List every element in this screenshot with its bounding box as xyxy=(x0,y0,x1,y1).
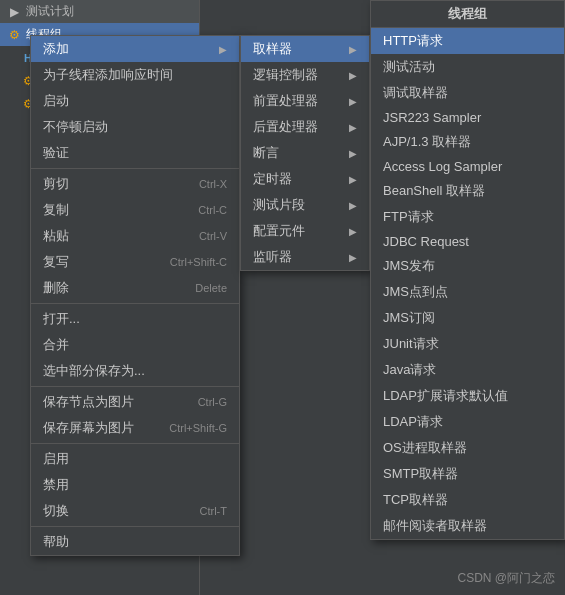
submenu-item-listener-label: 监听器 xyxy=(253,248,292,266)
menu-item-startnopauses[interactable]: 不停顿启动 xyxy=(31,114,239,140)
submenu-sampler-jdbc[interactable]: JDBC Request xyxy=(371,230,564,253)
submenu-sampler-jsr223[interactable]: JSR223 Sampler xyxy=(371,106,564,129)
menu-item-savescreen-shortcut: Ctrl+Shift-G xyxy=(169,422,227,434)
menu-item-validate[interactable]: 验证 xyxy=(31,140,239,166)
menu-item-savenode[interactable]: 保存节点为图片 Ctrl-G xyxy=(31,389,239,415)
menu-item-cut[interactable]: 剪切 Ctrl-X xyxy=(31,171,239,197)
menu-item-paste[interactable]: 粘贴 Ctrl-V xyxy=(31,223,239,249)
menu-item-disable-label: 禁用 xyxy=(43,476,69,494)
submenu-item-timer-label: 定时器 xyxy=(253,170,292,188)
submenu-sampler-testaction[interactable]: 测试活动 xyxy=(371,54,564,80)
submenu-testfrag-arrow: ▶ xyxy=(349,200,357,211)
menu-item-savenode-left: 保存节点为图片 xyxy=(43,393,134,411)
menu-item-duplicate-shortcut: Ctrl+Shift-C xyxy=(170,256,227,268)
menu-item-add-left: 添加 xyxy=(43,40,69,58)
submenu-sampler-smtp[interactable]: SMTP取样器 xyxy=(371,461,564,487)
context-menu: 添加 ▶ 为子线程添加响应时间 启动 不停顿启动 验证 剪切 Ctrl-X 复制… xyxy=(30,35,240,556)
submenu-sampler-jmsp2p[interactable]: JMS点到点 xyxy=(371,279,564,305)
menu-item-open-label: 打开... xyxy=(43,310,80,328)
submenu-sampler-ldapext-label: LDAP扩展请求默认值 xyxy=(383,387,508,405)
submenu-item-assert[interactable]: 断言 ▶ xyxy=(241,140,369,166)
submenu-item-logic[interactable]: 逻辑控制器 ▶ xyxy=(241,62,369,88)
submenu-item-pre[interactable]: 前置处理器 ▶ xyxy=(241,88,369,114)
submenu-item-config[interactable]: 配置元件 ▶ xyxy=(241,218,369,244)
menu-item-savescreen[interactable]: 保存屏幕为图片 Ctrl+Shift-G xyxy=(31,415,239,441)
menu-item-disable[interactable]: 禁用 xyxy=(31,472,239,498)
menu-item-add[interactable]: 添加 ▶ xyxy=(31,36,239,62)
menu-item-addresponse-label: 为子线程添加响应时间 xyxy=(43,66,173,84)
submenu-sampler-debugsampler[interactable]: 调试取样器 xyxy=(371,80,564,106)
submenu-item-testfrag[interactable]: 测试片段 ▶ xyxy=(241,192,369,218)
menu-item-savepartial[interactable]: 选中部分保存为... xyxy=(31,358,239,384)
submenu-sampler-jdbc-label: JDBC Request xyxy=(383,234,469,249)
submenu-sampler-mail-label: 邮件阅读者取样器 xyxy=(383,517,487,535)
submenu-sampler-jmssub[interactable]: JMS订阅 xyxy=(371,305,564,331)
gear-icon: ⚙ xyxy=(6,27,22,43)
tree-item-plan[interactable]: ▶ 测试计划 xyxy=(0,0,199,23)
submenu-sampler-ftp[interactable]: FTP请求 xyxy=(371,204,564,230)
submenu-sampler-testaction-label: 测试活动 xyxy=(383,58,435,76)
menu-item-start-label: 启动 xyxy=(43,92,69,110)
submenu-item-listener[interactable]: 监听器 ▶ xyxy=(241,244,369,270)
submenu-assert-arrow: ▶ xyxy=(349,148,357,159)
menu-item-enable[interactable]: 启用 xyxy=(31,446,239,472)
menu-item-savescreen-label: 保存屏幕为图片 xyxy=(43,419,134,437)
submenu-item-sampler[interactable]: 取样器 ▶ xyxy=(241,36,369,62)
menu-item-copy-shortcut: Ctrl-C xyxy=(198,204,227,216)
submenu-sampler-ldapext[interactable]: LDAP扩展请求默认值 xyxy=(371,383,564,409)
menu-item-validate-label: 验证 xyxy=(43,144,69,162)
submenu-sampler-header: 线程组 xyxy=(371,1,564,28)
submenu-item-post[interactable]: 后置处理器 ▶ xyxy=(241,114,369,140)
menu-item-toggle[interactable]: 切换 Ctrl-T xyxy=(31,498,239,524)
submenu-sampler-mail[interactable]: 邮件阅读者取样器 xyxy=(371,513,564,539)
submenu-sampler-jmspub[interactable]: JMS发布 xyxy=(371,253,564,279)
submenu-sampler-java[interactable]: Java请求 xyxy=(371,357,564,383)
submenu-sampler-accesslog[interactable]: Access Log Sampler xyxy=(371,155,564,178)
submenu-config-arrow: ▶ xyxy=(349,226,357,237)
menu-item-help-label: 帮助 xyxy=(43,533,69,551)
submenu-sampler-jmsp2p-label: JMS点到点 xyxy=(383,283,448,301)
separator-5 xyxy=(31,526,239,527)
submenu-sampler-http[interactable]: HTTP请求 xyxy=(371,28,564,54)
submenu-item-logic-label: 逻辑控制器 xyxy=(253,66,318,84)
menu-item-copy[interactable]: 复制 Ctrl-C xyxy=(31,197,239,223)
submenu-sampler-ldap[interactable]: LDAP请求 xyxy=(371,409,564,435)
menu-item-merge[interactable]: 合并 xyxy=(31,332,239,358)
submenu-sampler-junit-label: JUnit请求 xyxy=(383,335,439,353)
tree-item-plan-label: 测试计划 xyxy=(26,3,74,20)
submenu-sampler-accesslog-label: Access Log Sampler xyxy=(383,159,502,174)
menu-add-arrow: ▶ xyxy=(219,44,227,55)
submenu-sampler-os-label: OS进程取样器 xyxy=(383,439,467,457)
submenu-item-assert-label: 断言 xyxy=(253,144,279,162)
submenu-sampler-ldap-label: LDAP请求 xyxy=(383,413,443,431)
menu-item-delete-label: 删除 xyxy=(43,279,69,297)
submenu-sampler-os[interactable]: OS进程取样器 xyxy=(371,435,564,461)
menu-item-cut-label: 剪切 xyxy=(43,175,69,193)
watermark: CSDN @阿门之恋 xyxy=(457,570,555,587)
menu-item-toggle-left: 切换 xyxy=(43,502,69,520)
submenu-sampler-tcp[interactable]: TCP取样器 xyxy=(371,487,564,513)
menu-item-delete[interactable]: 删除 Delete xyxy=(31,275,239,301)
submenu-sampler-http-label: HTTP请求 xyxy=(383,32,443,50)
submenu-sampler-junit[interactable]: JUnit请求 xyxy=(371,331,564,357)
submenu-sampler-ajp[interactable]: AJP/1.3 取样器 xyxy=(371,129,564,155)
submenu-sampler-beanshell[interactable]: BeanShell 取样器 xyxy=(371,178,564,204)
menu-item-help[interactable]: 帮助 xyxy=(31,529,239,555)
submenu-sampler-debugsampler-label: 调试取样器 xyxy=(383,84,448,102)
menu-item-addresponse[interactable]: 为子线程添加响应时间 xyxy=(31,62,239,88)
menu-item-duplicate[interactable]: 复写 Ctrl+Shift-C xyxy=(31,249,239,275)
menu-item-duplicate-label: 复写 xyxy=(43,253,69,271)
submenu-sampler-jmssub-label: JMS订阅 xyxy=(383,309,435,327)
menu-item-savenode-label: 保存节点为图片 xyxy=(43,393,134,411)
submenu-logic-arrow: ▶ xyxy=(349,70,357,81)
submenu-sampler-java-label: Java请求 xyxy=(383,361,436,379)
submenu-sampler-ajp-label: AJP/1.3 取样器 xyxy=(383,133,471,151)
menu-item-open[interactable]: 打开... xyxy=(31,306,239,332)
submenu-item-timer[interactable]: 定时器 ▶ xyxy=(241,166,369,192)
submenu-add: 取样器 ▶ 逻辑控制器 ▶ 前置处理器 ▶ 后置处理器 ▶ 断言 ▶ 定时器 ▶… xyxy=(240,35,370,271)
plan-icon: ▶ xyxy=(6,4,22,20)
submenu-item-post-label: 后置处理器 xyxy=(253,118,318,136)
menu-item-paste-shortcut: Ctrl-V xyxy=(199,230,227,242)
submenu-timer-arrow: ▶ xyxy=(349,174,357,185)
menu-item-start[interactable]: 启动 xyxy=(31,88,239,114)
